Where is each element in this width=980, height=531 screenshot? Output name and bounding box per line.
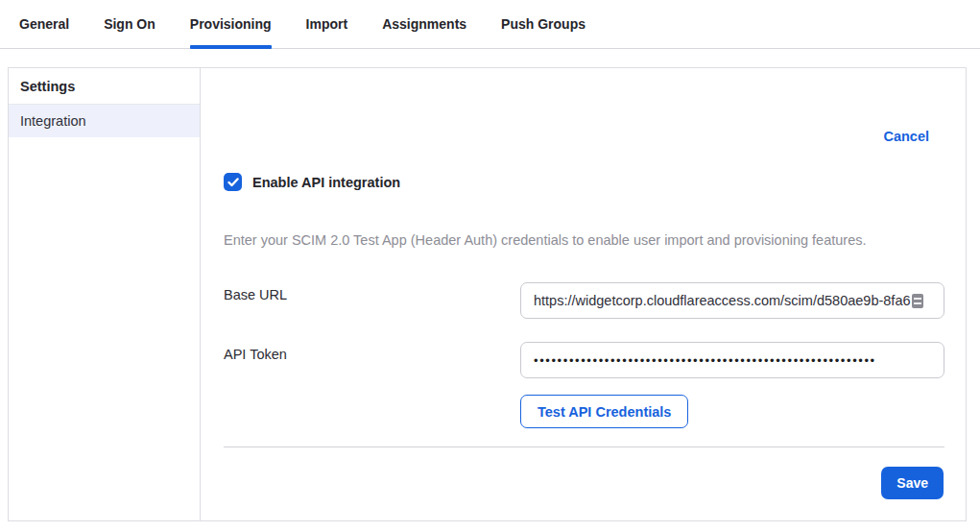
sidebar-header-settings: Settings <box>9 68 200 105</box>
integration-settings-content: Cancel Enable API integration Enter your… <box>201 68 966 520</box>
base-url-input[interactable]: https://widgetcorp.cloudflareaccess.com/… <box>520 282 944 319</box>
footer-divider <box>224 447 944 447</box>
text-overflow-indicator-icon <box>912 294 923 308</box>
api-token-label: API Token <box>224 347 287 362</box>
tab-import[interactable]: Import <box>306 0 348 49</box>
enable-api-integration-label: Enable API integration <box>252 175 400 190</box>
app-tab-bar: General Sign On Provisioning Import Assi… <box>0 0 980 49</box>
base-url-value: https://widgetcorp.cloudflareaccess.com/… <box>534 293 911 308</box>
test-api-credentials-button[interactable]: Test API Credentials <box>520 395 688 428</box>
tab-general[interactable]: General <box>19 0 69 49</box>
tab-assignments[interactable]: Assignments <box>382 0 466 49</box>
cancel-link[interactable]: Cancel <box>883 129 929 144</box>
credentials-description: Enter your SCIM 2.0 Test App (Header Aut… <box>224 232 953 248</box>
enable-api-integration-checkbox[interactable] <box>224 173 242 191</box>
sidebar-item-integration[interactable]: Integration <box>9 105 200 137</box>
tab-push-groups[interactable]: Push Groups <box>501 0 586 49</box>
enable-api-integration-row: Enable API integration <box>224 173 400 191</box>
api-token-input[interactable]: ••••••••••••••••••••••••••••••••••••••••… <box>520 342 944 378</box>
base-url-label: Base URL <box>224 287 287 302</box>
tab-sign-on[interactable]: Sign On <box>104 0 155 49</box>
checkmark-icon <box>227 178 239 187</box>
tab-provisioning[interactable]: Provisioning <box>190 0 272 49</box>
api-token-value: ••••••••••••••••••••••••••••••••••••••••… <box>534 353 876 368</box>
provisioning-panel: Settings Integration Cancel Enable API i… <box>8 67 967 521</box>
save-button[interactable]: Save <box>881 467 944 499</box>
settings-sidebar: Settings Integration <box>9 68 201 520</box>
